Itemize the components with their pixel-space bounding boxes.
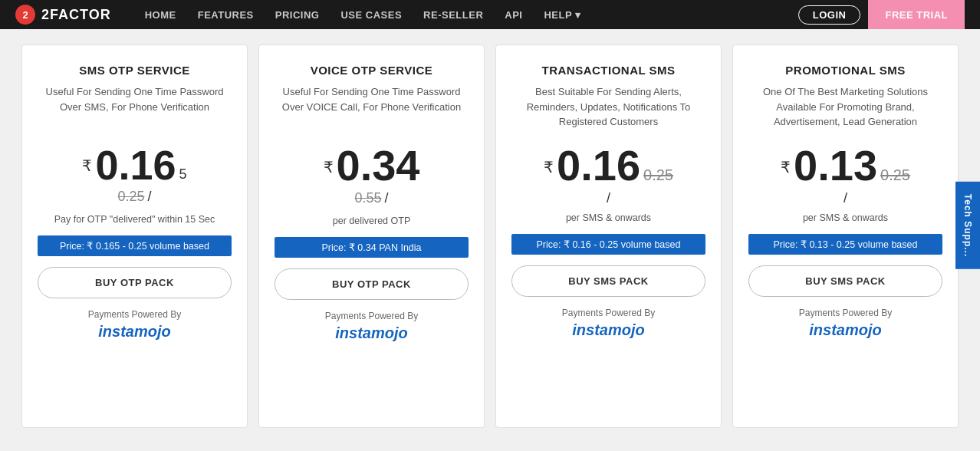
card-sms-otp-price: ₹ 0.16 5 — [82, 144, 186, 186]
nav-use-cases[interactable]: USE CASES — [340, 9, 402, 21]
card-transactional-title: TRANSACTIONAL SMS — [541, 64, 675, 77]
logo-text: 2FACTOR — [41, 7, 111, 23]
price-note-1: Pay for OTP "delivered" within 15 Sec — [54, 214, 215, 225]
card-sms-otp-title: SMS OTP SERVICE — [79, 64, 190, 77]
nav-api[interactable]: API — [505, 9, 522, 21]
card-transactional-desc: Best Suitable For Sending Alerts, Remind… — [511, 84, 705, 130]
card-voice-otp-desc: Useful For Sending One Time Password Ove… — [275, 84, 469, 130]
nav-reseller[interactable]: RE-SELLER — [423, 9, 483, 21]
price-row-2: 0.55 / — [354, 190, 388, 209]
price-slash-1: / — [148, 189, 152, 205]
nav-home[interactable]: HOME — [145, 9, 176, 21]
card-transactional-price: ₹ 0.16 0.25 — [544, 144, 673, 187]
login-button[interactable]: LOGIN — [798, 5, 861, 25]
price-note-3: per SMS & onwards — [566, 212, 651, 223]
free-trial-button[interactable]: FREE TRIAL — [868, 0, 965, 29]
tech-support-tab[interactable]: Tech Supp... — [955, 182, 980, 269]
nav-right: LOGIN FREE TRIAL — [798, 0, 965, 29]
price-row-3: / — [607, 190, 610, 206]
price-note-4: per SMS & onwards — [803, 212, 888, 223]
nav-links: HOME FEATURES PRICING USE CASES RE-SELLE… — [145, 9, 780, 21]
rupee-symbol-3: ₹ — [544, 158, 554, 176]
logo[interactable]: 2 2FACTOR — [15, 5, 111, 25]
card-promotional-title: PROMOTIONAL SMS — [785, 64, 905, 77]
powered-by-4: Payments Powered By — [799, 308, 892, 318]
price-sub-1: 5 — [179, 166, 187, 183]
price-old-2: 0.55 — [354, 190, 381, 206]
nav-features[interactable]: FEATURES — [198, 9, 254, 21]
buy-button-4[interactable]: BUY SMS PACK — [748, 265, 942, 297]
badge-3: Price: ₹ 0.16 - 0.25 volume based — [511, 234, 705, 255]
powered-by-1: Payments Powered By — [88, 309, 181, 320]
card-voice-otp-price: ₹ 0.34 — [324, 144, 420, 187]
powered-by-3: Payments Powered By — [562, 308, 655, 318]
card-promotional-sms: PROMOTIONAL SMS One Of The Best Marketin… — [732, 44, 959, 428]
instamojo-1: instamojo — [98, 323, 170, 341]
price-old-4: 0.25 — [880, 166, 910, 184]
card-voice-otp: VOICE OTP SERVICE Useful For Sending One… — [258, 44, 485, 428]
buy-button-3[interactable]: BUY SMS PACK — [511, 265, 705, 297]
badge-1: Price: ₹ 0.165 - 0.25 volume based — [38, 235, 232, 256]
rupee-symbol-2: ₹ — [324, 158, 334, 176]
buy-button-2[interactable]: BUY OTP PACK — [275, 268, 469, 300]
price-slash-4: / — [844, 190, 847, 206]
price-old-3: 0.25 — [643, 166, 673, 184]
price-row-4: / — [844, 190, 847, 206]
price-note-2: per delivered OTP — [333, 216, 410, 226]
card-promotional-price: ₹ 0.13 0.25 — [781, 144, 910, 187]
price-slash-3: / — [607, 190, 610, 206]
powered-by-2: Payments Powered By — [325, 311, 418, 321]
navbar: 2 2FACTOR HOME FEATURES PRICING USE CASE… — [0, 0, 980, 29]
card-voice-otp-title: VOICE OTP SERVICE — [311, 64, 433, 77]
card-sms-otp-desc: Useful For Sending One Time Password Ove… — [38, 84, 232, 130]
cards-container: SMS OTP SERVICE Useful For Sending One T… — [0, 29, 980, 443]
nav-help[interactable]: HELP ▾ — [544, 9, 580, 21]
rupee-symbol-4: ₹ — [781, 158, 791, 176]
badge-2: Price: ₹ 0.34 PAN India — [275, 237, 469, 258]
price-main-2: 0.34 — [337, 144, 420, 187]
instamojo-4: instamojo — [809, 321, 881, 339]
logo-badge: 2 — [15, 5, 35, 25]
buy-button-1[interactable]: BUY OTP PACK — [38, 267, 232, 298]
price-main-4: 0.13 — [794, 144, 877, 187]
nav-pricing[interactable]: PRICING — [275, 9, 320, 21]
badge-4: Price: ₹ 0.13 - 0.25 volume based — [748, 234, 942, 255]
price-main-1: 0.16 — [95, 144, 176, 186]
instamojo-3: instamojo — [572, 321, 644, 339]
price-main-3: 0.16 — [557, 144, 640, 187]
instamojo-2: instamojo — [335, 324, 407, 342]
card-transactional-sms: TRANSACTIONAL SMS Best Suitable For Send… — [495, 44, 722, 428]
card-promotional-desc: One Of The Best Marketing Solutions Avai… — [748, 84, 942, 130]
price-old-1: 0.25 — [117, 189, 144, 205]
price-slash-2: / — [385, 190, 389, 206]
card-sms-otp: SMS OTP SERVICE Useful For Sending One T… — [21, 44, 248, 428]
rupee-symbol-1: ₹ — [82, 156, 92, 175]
price-row-1: 0.25 / — [117, 189, 151, 208]
